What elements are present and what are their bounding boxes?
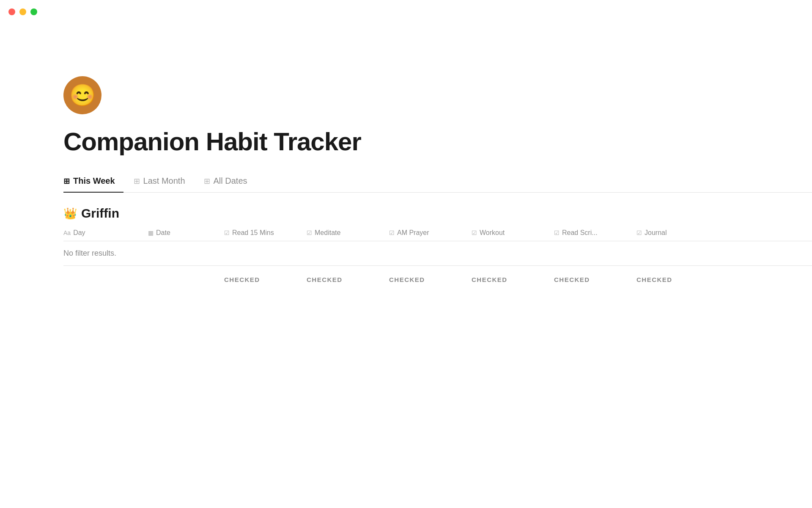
col-am-prayer-label: AM Prayer <box>397 229 429 237</box>
crown-icon: 👑 <box>63 207 77 220</box>
maximize-button[interactable] <box>30 8 37 15</box>
no-results-message: No filter results. <box>63 241 812 266</box>
col-workout-label: Workout <box>480 229 505 237</box>
tab-this-week-label: This Week <box>73 176 115 186</box>
col-read-scripture-label: Read Scri... <box>562 229 598 237</box>
checked-badge-2: CHECKED <box>389 276 472 283</box>
tab-last-month-icon: ⊞ <box>134 177 140 186</box>
close-button[interactable] <box>8 8 15 15</box>
read-scripture-icon: ☑ <box>554 229 560 236</box>
col-header-am-prayer: ☑ AM Prayer <box>389 229 472 237</box>
col-header-date: ▦ Date <box>148 229 224 237</box>
section-title: Griffin <box>81 206 119 221</box>
tab-all-dates-icon: ⊞ <box>204 177 210 186</box>
checked-badge-1: CHECKED <box>307 276 389 283</box>
workout-icon: ☑ <box>472 229 477 236</box>
tab-bar: ⊞ This Week ⊞ Last Month ⊞ All Dates <box>63 171 812 193</box>
tab-this-week[interactable]: ⊞ This Week <box>63 172 123 193</box>
tab-all-dates-label: All Dates <box>214 176 247 186</box>
read-15-mins-icon: ☑ <box>224 229 230 236</box>
col-journal-label: Journal <box>645 229 667 237</box>
col-header-journal: ☑ Journal <box>636 229 719 237</box>
avatar-emoji: 😊 <box>69 83 96 108</box>
checked-badge-4: CHECKED <box>554 276 636 283</box>
checked-badge-3: CHECKED <box>472 276 554 283</box>
tab-all-dates[interactable]: ⊞ All Dates <box>204 172 256 193</box>
checked-badge-5: CHECKED <box>636 276 719 283</box>
griffin-section: 👑 Griffin Aa Day ▦ Date ☑ Read 15 Mins ☑… <box>63 206 812 283</box>
col-date-label: Date <box>156 229 170 237</box>
main-content: 😊 Companion Habit Tracker ⊞ This Week ⊞ … <box>63 76 812 508</box>
avatar: 😊 <box>63 76 102 114</box>
traffic-lights <box>8 8 37 15</box>
col-header-read-15-mins: ☑ Read 15 Mins <box>224 229 307 237</box>
col-day-label: Day <box>73 229 85 237</box>
tab-last-month-label: Last Month <box>143 176 185 186</box>
tab-last-month[interactable]: ⊞ Last Month <box>134 172 194 193</box>
am-prayer-icon: ☑ <box>389 229 395 236</box>
checked-badge-0: CHECKED <box>224 276 307 283</box>
day-type-icon: Aa <box>63 229 71 236</box>
checked-row: CHECKED CHECKED CHECKED CHECKED CHECKED … <box>224 276 812 283</box>
col-header-day: Aa Day <box>63 229 148 237</box>
col-header-meditate: ☑ Meditate <box>307 229 389 237</box>
col-meditate-label: Meditate <box>315 229 340 237</box>
section-header: 👑 Griffin <box>63 206 812 221</box>
date-type-icon: ▦ <box>148 229 154 236</box>
col-header-read-scripture: ☑ Read Scri... <box>554 229 636 237</box>
journal-icon: ☑ <box>636 229 642 236</box>
minimize-button[interactable] <box>19 8 26 15</box>
page-title: Companion Habit Tracker <box>63 127 812 156</box>
col-header-workout: ☑ Workout <box>472 229 554 237</box>
table-header: Aa Day ▦ Date ☑ Read 15 Mins ☑ Meditate … <box>63 229 812 241</box>
tab-this-week-icon: ⊞ <box>63 177 70 186</box>
meditate-icon: ☑ <box>307 229 312 236</box>
col-read-15-mins-label: Read 15 Mins <box>232 229 274 237</box>
